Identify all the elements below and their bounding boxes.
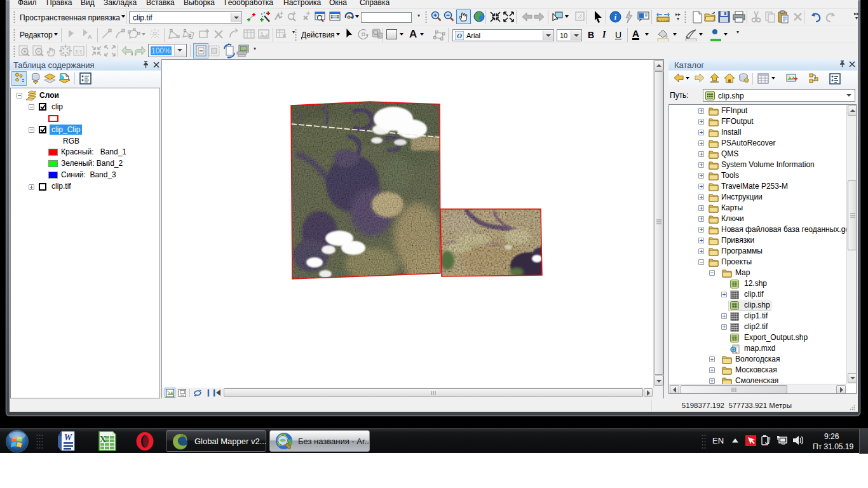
svg-text:O: O xyxy=(457,32,462,39)
svg-text:A: A xyxy=(88,34,92,40)
svg-text:W: W xyxy=(64,433,73,442)
svg-text:X: X xyxy=(100,434,107,444)
svg-text:1:1: 1:1 xyxy=(75,49,83,55)
